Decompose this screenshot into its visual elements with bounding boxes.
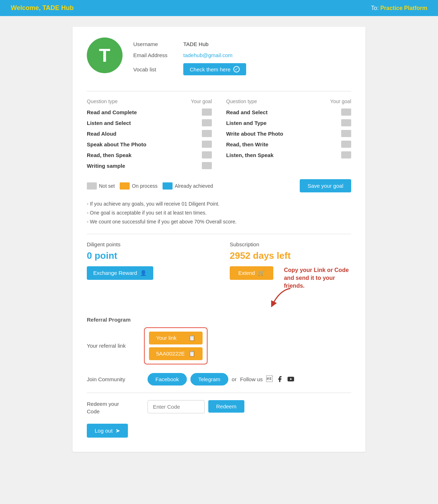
- diligent-value: 0 point: [87, 250, 208, 261]
- redeem-input[interactable]: [148, 400, 205, 413]
- community-label: Join Community: [87, 376, 144, 382]
- vocab-btn-label: Check them here: [190, 66, 230, 72]
- username-value: TADE Hub: [183, 41, 209, 47]
- goal-label-8: Listen and Type: [226, 120, 267, 126]
- to-label: To:: [371, 5, 380, 11]
- goal-label-1: Read and Complete: [87, 109, 137, 115]
- copy-hint-text: Copy your Link or Code and send it to yo…: [284, 266, 351, 290]
- referral-link-button[interactable]: Your link 📋: [149, 332, 203, 344]
- vocab-check-button[interactable]: Check them here ✓: [183, 63, 246, 75]
- logout-button[interactable]: Log out ➤: [87, 424, 128, 438]
- page-wrapper: Welcome, TADE Hub To: Practice Platform …: [0, 0, 438, 463]
- goal-box-8: [341, 119, 351, 126]
- divider-3: [87, 393, 351, 393]
- goal-label-6: Writing sample: [87, 163, 125, 169]
- goals-section: Question type Your goal Read and Complet…: [87, 99, 351, 192]
- logout-label: Log out: [95, 428, 113, 434]
- cart-icon: 🛒: [258, 270, 265, 276]
- goals-header-2: Question type Your goal: [226, 99, 351, 104]
- legend-not-set-box: [87, 182, 97, 190]
- legend-not-set-label: Not set: [99, 183, 115, 189]
- save-goal-button[interactable]: Save your goal: [300, 179, 351, 192]
- goal-row-5: Read, then Speak: [87, 151, 212, 158]
- goal-box-6: [202, 162, 212, 169]
- legend-row: Not set On process Already achieved Save…: [87, 179, 351, 192]
- divider-2: [87, 234, 351, 234]
- redeem-label-line1: Redeem your: [87, 401, 119, 407]
- diligent-col: Diligent points 0 point Exchange Reward …: [87, 241, 208, 290]
- profile-info: Username TADE Hub Email Address tadehub@…: [133, 37, 351, 80]
- goal-row-7: Read and Select: [226, 109, 351, 116]
- legend-not-set: Not set: [87, 182, 115, 190]
- goal-box-7: [341, 109, 351, 116]
- referral-link-btn-label: Your link: [156, 335, 176, 341]
- facebook-f-icon[interactable]: [276, 376, 283, 383]
- divider-1: [87, 91, 351, 91]
- goal-box-11: [341, 151, 351, 158]
- vocab-label: Vocab list: [133, 66, 183, 72]
- facebook-icon[interactable]: : [266, 376, 273, 383]
- header: Welcome, TADE Hub To: Practice Platform: [0, 0, 438, 16]
- goal-box-9: [341, 130, 351, 137]
- profile-section: T Username TADE Hub Email Address tadehu…: [87, 37, 351, 80]
- youtube-icon[interactable]: [287, 375, 295, 383]
- facebook-button[interactable]: Facebook: [148, 373, 187, 385]
- subscription-label: Subscription: [230, 241, 351, 247]
- legend-achieved-label: Already achieved: [175, 183, 213, 189]
- subscription-col: Subscription 2952 days left Extend 🛒 Cop…: [230, 241, 351, 290]
- extend-button[interactable]: Extend 🛒: [230, 266, 273, 280]
- goal-label-10: Read, then Write: [226, 141, 268, 147]
- legend-on-process: On process: [120, 182, 158, 190]
- follow-text: Follow us: [240, 376, 263, 382]
- goal-row-3: Read Aloud: [87, 130, 212, 137]
- note-3: - We count one successful time if you ge…: [87, 217, 351, 226]
- referral-code-button[interactable]: 5AA00222E 📋: [149, 347, 203, 360]
- goal-label-2: Listen and Select: [87, 120, 131, 126]
- goal-box-3: [202, 130, 212, 137]
- legend-on-process-label: On process: [132, 183, 158, 189]
- goals-header-1: Question type Your goal: [87, 99, 212, 104]
- vocab-circle-icon: ✓: [233, 66, 240, 72]
- goals-col2-type-header: Question type: [226, 99, 257, 104]
- platform-link[interactable]: Practice Platform: [380, 5, 427, 11]
- copy-hint-line2: and send it to your friends.: [284, 275, 335, 289]
- note-2: - One goal is acceptable if you set it a…: [87, 208, 351, 217]
- goals-col2-goal-header: Your goal: [330, 99, 351, 104]
- diligent-label: Diligent points: [87, 241, 208, 247]
- legend-achieved: Already achieved: [163, 182, 213, 190]
- goal-row-6: Writing sample: [87, 162, 212, 169]
- goal-row-4: Speak about The Photo: [87, 141, 212, 148]
- header-right: To: Practice Platform: [371, 5, 427, 11]
- logout-icon: ➤: [115, 427, 120, 434]
- main-card: T Username TADE Hub Email Address tadehu…: [73, 27, 365, 452]
- legend-achieved-box: [163, 182, 173, 190]
- extend-label: Extend: [238, 270, 255, 276]
- redeem-button[interactable]: Redeem: [208, 400, 244, 413]
- header-username: TADE Hub: [43, 4, 74, 11]
- exchange-reward-button[interactable]: Exchange Reward 👤: [87, 266, 153, 280]
- vocab-row: Vocab list Check them here ✓: [133, 63, 351, 75]
- exchange-reward-label: Exchange Reward: [93, 270, 137, 276]
- or-text: or: [232, 376, 237, 382]
- goal-box-10: [341, 141, 351, 148]
- goal-box-2: [202, 119, 212, 126]
- username-row: Username TADE Hub: [133, 41, 351, 47]
- referral-section: Referral Program Your referral link Your…: [87, 317, 351, 364]
- goal-row-10: Read, then Write: [226, 141, 351, 148]
- referral-code-value: 5AA00222E: [156, 351, 185, 357]
- goals-col1-goal-header: Your goal: [191, 99, 212, 104]
- redeem-label-line2: Code: [87, 408, 100, 414]
- telegram-button[interactable]: Telegram: [190, 373, 228, 385]
- goal-row-8: Listen and Type: [226, 119, 351, 126]
- goal-box-5: [202, 151, 212, 158]
- goal-box-4: [202, 141, 212, 148]
- goal-row-2: Listen and Select: [87, 119, 212, 126]
- header-welcome: Welcome, TADE Hub: [11, 4, 74, 12]
- goals-grid: Question type Your goal Read and Complet…: [87, 99, 351, 173]
- email-label: Email Address: [133, 52, 183, 58]
- referral-link-label: Your referral link: [87, 343, 144, 349]
- exchange-icon: 👤: [140, 270, 147, 276]
- copy-link-icon: 📋: [189, 335, 195, 341]
- email-value: tadehub@gmail.com: [183, 52, 233, 58]
- referral-box: Your link 📋 5AA00222E 📋: [144, 327, 208, 364]
